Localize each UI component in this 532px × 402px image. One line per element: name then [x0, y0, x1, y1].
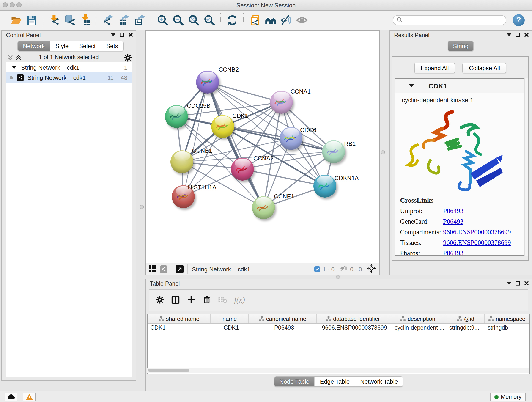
- zoom-out-button[interactable]: [171, 12, 186, 28]
- create-column-plus-icon[interactable]: [187, 295, 196, 305]
- network-node-CDC6[interactable]: [279, 127, 302, 150]
- delete-column-trash-icon[interactable]: [203, 295, 211, 305]
- network-node-CCNE1[interactable]: [252, 196, 275, 219]
- tab-select[interactable]: Select: [74, 41, 101, 51]
- crosslink-link[interactable]: P06493: [443, 207, 463, 215]
- protein-thumbnail: [273, 96, 287, 108]
- close-panel-icon[interactable]: [128, 32, 133, 37]
- export-network-button[interactable]: [101, 12, 116, 28]
- selected-checkbox-icon[interactable]: [314, 266, 320, 272]
- collapse-all-button[interactable]: Collapse All: [462, 63, 507, 73]
- edge-CCNB2-HIST1H1A[interactable]: [183, 82, 208, 197]
- network-canvas[interactable]: [146, 31, 380, 264]
- refresh-view-button[interactable]: [225, 12, 240, 28]
- help-button[interactable]: ?: [513, 14, 525, 26]
- network-node-CDKN1A[interactable]: [313, 175, 336, 198]
- table-options-gear-icon[interactable]: [156, 295, 164, 305]
- network-node-CCNB2[interactable]: [196, 70, 219, 94]
- column-header-name[interactable]: name: [211, 314, 249, 323]
- results-tab-string[interactable]: String: [448, 41, 474, 51]
- import-network-button[interactable]: [47, 12, 62, 28]
- tab-edge-table[interactable]: Edge Table: [315, 377, 355, 386]
- show-all-gray-button[interactable]: [294, 12, 310, 28]
- table-panel-title: Table Panel: [150, 281, 180, 287]
- column-header-canonicalname[interactable]: canonical name: [249, 314, 317, 323]
- network-node-CCNA2[interactable]: [231, 158, 254, 181]
- collection-expand-icon[interactable]: [12, 66, 17, 69]
- crosslink-link[interactable]: P06493: [443, 218, 463, 225]
- birdseye-home-icon: [265, 14, 277, 26]
- table-cell: CDK1: [147, 325, 211, 331]
- column-header-sharedname[interactable]: shared name: [147, 314, 211, 323]
- open-session-button[interactable]: [8, 12, 24, 28]
- zoom-selected-button[interactable]: [202, 12, 217, 28]
- export-image-button[interactable]: [132, 12, 147, 28]
- collapse-section-icon[interactable]: [409, 84, 414, 87]
- right-splitter-handle[interactable]: [381, 150, 385, 154]
- birdseye-crosshair-icon[interactable]: [367, 264, 376, 274]
- protein-structure-image: [402, 105, 507, 195]
- zoom-fit-button[interactable]: [186, 12, 202, 28]
- column-header-description[interactable]: description: [389, 314, 447, 323]
- toolbar-separator: [97, 13, 98, 27]
- network-row-selected[interactable]: String Network – cdk1 11 48: [6, 72, 132, 83]
- import-table-button[interactable]: [78, 12, 94, 28]
- tab-sets[interactable]: Sets: [101, 41, 123, 51]
- gene-section-header[interactable]: CDK1: [395, 79, 525, 93]
- network-list-toolbar: 1 of 1 Network selected: [2, 54, 136, 62]
- results-vertical-scrollbar[interactable]: [524, 78, 528, 256]
- protein-thumbnail: [200, 76, 214, 88]
- column-header-id[interactable]: @id: [447, 314, 485, 323]
- save-session-button[interactable]: [24, 12, 39, 28]
- toolbar-separator: [243, 13, 244, 27]
- scrollbar-thumb[interactable]: [148, 369, 189, 372]
- float-panel-icon[interactable]: [515, 281, 520, 286]
- network-share-icon[interactable]: [160, 265, 167, 273]
- panel-menu-icon[interactable]: [111, 33, 115, 36]
- import-network-database-button[interactable]: [62, 12, 78, 28]
- network-node-CDC25B[interactable]: [165, 105, 188, 128]
- tab-network-table[interactable]: Network Table: [355, 377, 403, 386]
- network-node-CCNB1[interactable]: [171, 150, 193, 173]
- panel-menu-icon[interactable]: [507, 282, 511, 285]
- close-panel-icon[interactable]: [524, 281, 529, 286]
- tab-node-table[interactable]: Node Table: [274, 377, 315, 386]
- memory-button[interactable]: Memory: [490, 393, 526, 401]
- crosslink-link[interactable]: 9606.ENSP00000378699: [443, 228, 511, 236]
- warning-status-button[interactable]: [23, 393, 36, 401]
- table-horizontal-scrollbar[interactable]: [147, 368, 529, 373]
- tab-network[interactable]: Network: [18, 41, 50, 51]
- column-header-databaseidentifier[interactable]: database identifier: [317, 314, 389, 323]
- show-columns-icon[interactable]: [171, 295, 180, 306]
- crosslink-link[interactable]: 9606.ENSP00000378699: [443, 239, 511, 247]
- tab-style[interactable]: Style: [50, 41, 74, 51]
- crosslink-link[interactable]: P06493: [443, 249, 463, 256]
- float-panel-icon[interactable]: [120, 32, 124, 37]
- cloud-status-button[interactable]: [5, 393, 17, 401]
- search-input[interactable]: [403, 16, 506, 25]
- detach-view-icon[interactable]: [176, 265, 184, 273]
- node-label-HIST1H1A: HIST1H1A: [188, 184, 216, 191]
- column-header-namespace[interactable]: namespace: [485, 314, 529, 323]
- network-node-CCNA1[interactable]: [270, 91, 293, 114]
- table-row[interactable]: CDK1CDK1P064939606.ENSP00000378699cyclin…: [147, 324, 529, 332]
- network-node-CDK1[interactable]: [211, 115, 234, 138]
- left-splitter-handle[interactable]: [140, 205, 144, 209]
- zoom-in-button[interactable]: [155, 12, 171, 28]
- float-panel-icon[interactable]: [515, 32, 520, 37]
- expand-all-button[interactable]: Expand All: [414, 63, 455, 73]
- close-panel-icon[interactable]: [524, 32, 529, 37]
- clone-network-button[interactable]: [247, 12, 263, 28]
- hidden-count: 0 - 0: [350, 266, 362, 273]
- hidden-eye-slash-icon[interactable]: [340, 265, 348, 273]
- save-session-icon: [26, 14, 38, 26]
- export-table-button[interactable]: [116, 12, 132, 28]
- hide-selected-button[interactable]: [279, 12, 294, 28]
- network-collection-row[interactable]: String Network – cdk1 1: [6, 62, 132, 72]
- panel-menu-icon[interactable]: [507, 33, 511, 36]
- network-node-RB1[interactable]: [322, 140, 345, 163]
- edge-CCNA2-CDKN1A[interactable]: [242, 169, 325, 186]
- birdseye-home-button[interactable]: [263, 12, 279, 28]
- search-box[interactable]: [393, 15, 506, 25]
- grid-view-icon[interactable]: [149, 265, 156, 273]
